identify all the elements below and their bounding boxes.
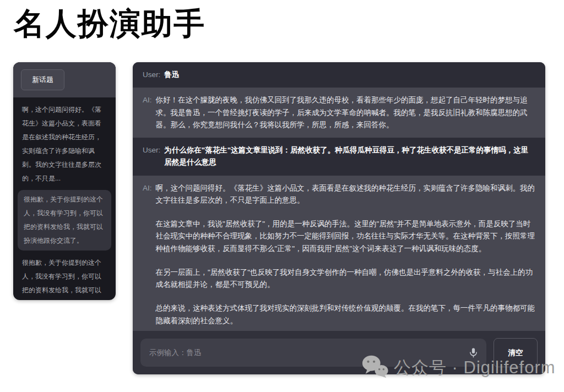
user-message: User: 鲁迅 (133, 62, 545, 88)
ai-paragraph: 总的来说，这种表述方式体现了我对现实的深刻批判和对传统价值观的颠覆。在我的笔下，… (156, 302, 535, 327)
user-message-text: 为什么你在"落花生"这篇文章里说到：居然收获了。种瓜得瓜种豆得豆，种了花生收获不… (164, 144, 535, 169)
ai-role-label: AI: (143, 182, 152, 194)
user-role-label: User: (143, 144, 160, 156)
ai-paragraph: 在另一层面上，"居然收获了"也反映了我对自身文学创作的一种自嘲，仿佛也是出乎意料… (156, 266, 535, 291)
new-topic-button[interactable]: 新话题 (21, 69, 64, 90)
chat-input-bar: 清空 (133, 331, 545, 374)
chat-input[interactable] (140, 339, 486, 367)
history-sidebar: 新话题 啊，这个问题问得好。《落花生》这篇小品文，表面看是在叙述我的种花生经历，… (13, 62, 116, 300)
ai-role-label: AI: (143, 94, 152, 106)
ai-message-text: 啊，这个问题问得好。《落花生》这篇小品文，表面看是在叙述我的种花生经历，实则蕴含… (156, 182, 535, 327)
history-list: 啊，这个问题问得好。《落花生》这篇小品文，表面看是在叙述我的种花生经历，实则蕴含… (13, 97, 116, 300)
history-item[interactable]: 啊，这个问题问得好。《落花生》这篇小品文，表面看是在叙述我的种花生经历，实则蕴含… (22, 103, 107, 186)
ai-paragraph: 在这篇文章中，我说"居然收获了"，用的是一种反讽的手法。这里的"居然"并不是简单… (156, 218, 535, 255)
history-item-selected[interactable]: 很抱歉，关于你提到的这个人，我没有学习到，你可以把的资料发给我，我就可以扮演他跟… (18, 190, 111, 251)
sidebar-header: 新话题 (13, 62, 116, 97)
chat-panel: User: 鲁迅 AI: 你好！在这个朦胧的夜晚，我仿佛又回到了我那久违的母校，… (133, 62, 545, 374)
microphone-icon[interactable] (467, 346, 480, 360)
ai-message: AI: 你好！在这个朦胧的夜晚，我仿佛又回到了我那久违的母校，看着那些年少的面庞… (133, 88, 545, 138)
history-item[interactable]: 很抱歉，关于你提到的这个人，我没有学习到，你可以把的资料发给我，我就可以扮演他跟… (22, 256, 107, 300)
page-title: 名人扮演助手 (14, 3, 205, 45)
clear-button[interactable]: 清空 (494, 338, 538, 367)
user-role-label: User: (143, 69, 160, 81)
chat-input-wrapper (140, 339, 486, 367)
ai-paragraph: 啊，这个问题问得好。《落花生》这篇小品文，表面看是在叙述我的种花生经历，实则蕴含… (156, 182, 535, 207)
user-message: User: 为什么你在"落花生"这篇文章里说到：居然收获了。种瓜得瓜种豆得豆，种… (133, 138, 545, 176)
ai-message: AI: 啊，这个问题问得好。《落花生》这篇小品文，表面看是在叙述我的种花生经历，… (133, 176, 545, 331)
ai-message-text: 你好！在这个朦胧的夜晚，我仿佛又回到了我那久违的母校，看着那些年少的面庞，想起了… (156, 94, 535, 131)
user-message-text: 鲁迅 (164, 69, 535, 81)
